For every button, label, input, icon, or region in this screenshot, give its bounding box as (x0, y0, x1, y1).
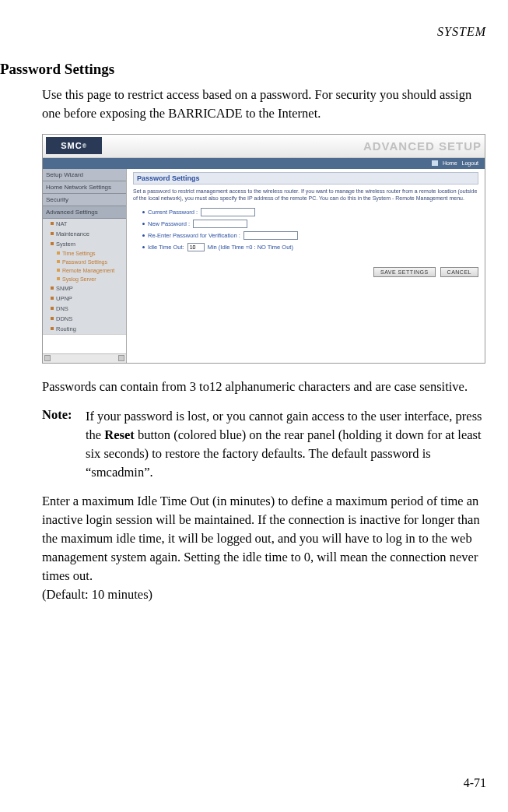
cancel-button[interactable]: CANCEL (440, 267, 478, 277)
bullet-icon (51, 232, 54, 235)
idle-timeout-input[interactable] (187, 243, 205, 251)
sidebar-sub2-syslog[interactable]: Syslog Server (43, 275, 126, 283)
running-header: SYSTEM (0, 25, 486, 39)
sidebar-sub-dns[interactable]: DNS (43, 304, 126, 314)
current-password-label: Current Password : (148, 209, 198, 216)
new-password-input[interactable] (193, 220, 247, 228)
bullet-icon (51, 327, 54, 330)
reset-bold: Reset (104, 427, 134, 442)
page-number: 4-71 (464, 776, 486, 790)
bullet-icon (51, 307, 54, 310)
scroll-left-icon[interactable] (44, 355, 51, 361)
bullet-icon (51, 286, 54, 290)
save-settings-button[interactable]: SAVE SETTINGS (373, 267, 436, 277)
bullet-icon (51, 297, 54, 300)
button-row: SAVE SETTINGS CANCEL (133, 267, 478, 277)
sidebar-sub-system[interactable]: System (43, 239, 126, 249)
verify-password-input[interactable] (243, 231, 298, 240)
panel-description: Set a password to restrict management ac… (133, 188, 478, 202)
note-label: Note: (42, 407, 86, 482)
logout-link[interactable]: Logout (462, 160, 478, 166)
bullet-icon (142, 246, 145, 248)
tri-icon (57, 260, 60, 263)
row-idle-timeout: Idle Time Out: Min (Idle Time =0 : NO Ti… (142, 243, 478, 251)
logo-registered: ® (82, 143, 87, 149)
smc-logo: SMC® (46, 137, 102, 154)
bullet-icon (142, 223, 145, 225)
tri-icon (57, 269, 60, 272)
intro-paragraph: Use this page to restrict access based o… (42, 86, 486, 123)
advanced-setup-label: ADVANCED SETUP (363, 139, 482, 153)
bullet-icon (51, 242, 54, 245)
note-body: If your password is lost, or you cannot … (86, 407, 486, 482)
sidebar-sub2-password[interactable]: Password Settings (43, 258, 126, 266)
sidebar-item-security[interactable]: Security (43, 194, 126, 206)
sidebar-sub-routing[interactable]: Routing (43, 324, 126, 334)
top-nav-bar: Home Logout (43, 158, 485, 169)
idle-timeout-paragraph: Enter a maximum Idle Time Out (in minute… (42, 492, 486, 604)
section-title: Password Settings (0, 61, 486, 78)
idle-timeout-default: (Default: 10 minutes) (42, 587, 152, 602)
sidebar-sub-snmp[interactable]: SNMP (43, 283, 126, 294)
sidebar-sub-ddns[interactable]: DDNS (43, 314, 126, 324)
home-link[interactable]: Home (443, 160, 457, 166)
password-rules-paragraph: Passwords can contain from 3 to12 alphan… (42, 378, 486, 396)
tri-icon (57, 277, 60, 280)
sidebar-sub-maintenance[interactable]: Maintenance (43, 229, 126, 239)
sidebar-item-advanced[interactable]: Advanced Settings (43, 206, 126, 219)
current-password-input[interactable] (201, 208, 255, 216)
sidebar-item-home-network[interactable]: Home Network Settings (43, 181, 126, 194)
bullet-icon (142, 234, 145, 237)
verify-password-label: Re-Enter Password for Verification : (148, 232, 240, 239)
bullet-icon (51, 222, 54, 225)
new-password-label: New Password : (148, 220, 190, 227)
sidebar-sub2-time[interactable]: Time Settings (43, 249, 126, 258)
idle-timeout-text: Enter a maximum Idle Time Out (in minute… (42, 494, 480, 583)
bullet-icon (51, 317, 54, 320)
sidebar-spacer (43, 334, 126, 353)
ui-header: SMC® ADVANCED SETUP (43, 135, 485, 158)
router-ui-screenshot: SMC® ADVANCED SETUP Home Logout Setup Wi… (42, 134, 485, 364)
idle-timeout-label-post: Min (Idle Time =0 : NO Time Out) (208, 244, 293, 251)
row-verify-password: Re-Enter Password for Verification : (142, 231, 478, 240)
idle-timeout-label-pre: Idle Time Out: (148, 244, 184, 251)
sidebar-sub-upnp[interactable]: UPNP (43, 294, 126, 304)
sidebar-scrollbar[interactable] (43, 353, 126, 363)
ui-body: Setup Wizard Home Network Settings Secur… (43, 169, 485, 363)
note-body-post: button (colored blue) on the rear panel … (86, 427, 482, 480)
sidebar: Setup Wizard Home Network Settings Secur… (43, 169, 127, 363)
sidebar-sub-nat[interactable]: NAT (43, 219, 126, 229)
tri-icon (57, 251, 60, 255)
content-panel: Password Settings Set a password to rest… (127, 169, 485, 363)
sidebar-item-setup-wizard[interactable]: Setup Wizard (43, 169, 126, 181)
home-icon (432, 160, 438, 166)
sidebar-sub2-remote[interactable]: Remote Management (43, 266, 126, 275)
row-new-password: New Password : (142, 220, 478, 228)
row-current-password: Current Password : (142, 208, 478, 216)
logo-text: SMC (61, 141, 82, 150)
panel-title: Password Settings (133, 172, 478, 185)
note-block: Note: If your password is lost, or you c… (42, 407, 486, 482)
scroll-right-icon[interactable] (118, 355, 124, 361)
bullet-icon (142, 211, 145, 213)
